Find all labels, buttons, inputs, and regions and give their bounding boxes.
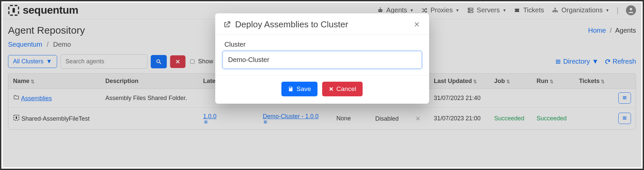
svg-point-15 bbox=[630, 8, 632, 10]
nav-proxies[interactable]: Proxies ▼ bbox=[421, 6, 460, 14]
col-label: Name bbox=[13, 78, 29, 84]
table-row: Shared-AssemblyFileTest 1.0.0 Demo-Clust… bbox=[8, 108, 636, 130]
ticket-icon bbox=[514, 7, 520, 14]
modal-title-text: Deploy Assemblies to Cluster bbox=[235, 19, 348, 30]
user-avatar[interactable] bbox=[626, 5, 636, 15]
row-run: Succeeded bbox=[532, 108, 574, 130]
refresh-label: Refresh bbox=[613, 58, 636, 65]
clear-button[interactable] bbox=[170, 55, 185, 68]
col-label: Job bbox=[494, 78, 505, 84]
svg-rect-11 bbox=[554, 8, 555, 9]
search-box bbox=[60, 54, 147, 69]
caret-icon: ▼ bbox=[592, 58, 599, 65]
cancel-button[interactable]: Cancel bbox=[322, 82, 363, 96]
cluster-input[interactable] bbox=[223, 51, 422, 69]
caret-icon: ▼ bbox=[410, 8, 414, 13]
svg-point-10 bbox=[469, 11, 470, 12]
directory-label: Directory bbox=[563, 58, 590, 65]
svg-point-4 bbox=[381, 10, 382, 11]
breadcrumb-root[interactable]: Sequentum bbox=[8, 41, 42, 48]
bars-icon bbox=[555, 59, 561, 65]
row-description: Assembly Files Shared Folder. bbox=[101, 89, 198, 108]
rate-limit-clear-icon[interactable]: ✕ bbox=[415, 115, 420, 122]
server-icon bbox=[467, 7, 474, 14]
row-menu-button[interactable] bbox=[618, 113, 631, 124]
clusters-label: All Clusters bbox=[13, 58, 43, 65]
row-last-updated: 31/07/2023 21:00 bbox=[429, 108, 490, 130]
shuffle-icon bbox=[421, 7, 428, 14]
nav-tickets[interactable]: Tickets bbox=[514, 6, 544, 14]
close-icon bbox=[175, 59, 180, 64]
svg-rect-27 bbox=[16, 116, 17, 119]
col-label: Run bbox=[537, 78, 548, 84]
directory-dropdown[interactable]: Directory ▼ bbox=[555, 58, 599, 65]
refresh-button[interactable]: Refresh bbox=[605, 58, 636, 65]
bars-icon bbox=[622, 95, 627, 100]
sort-icon: ⇅ bbox=[506, 79, 510, 84]
nav-label: Agents bbox=[386, 6, 407, 14]
row-schedule: None bbox=[332, 108, 371, 130]
sort-icon: ⇅ bbox=[601, 79, 605, 84]
nav-label: Organizations bbox=[561, 6, 603, 14]
row-rate-limit: Disabled bbox=[375, 115, 399, 122]
nav-label: Servers bbox=[477, 6, 500, 14]
breadcrumb-sep: / bbox=[610, 27, 612, 34]
row-cluster-link[interactable]: Demo-Cluster - 1.0.0 bbox=[263, 113, 318, 120]
svg-point-9 bbox=[469, 9, 470, 9]
brand[interactable]: sequentum bbox=[8, 4, 78, 16]
show-all-checkbox[interactable] bbox=[190, 59, 195, 64]
version-menu-button[interactable] bbox=[203, 120, 253, 124]
col-job[interactable]: Job⇅ bbox=[490, 74, 532, 89]
sort-icon: ⇅ bbox=[550, 79, 553, 84]
cancel-label: Cancel bbox=[337, 85, 356, 93]
col-name[interactable]: Name⇅ bbox=[8, 74, 101, 89]
modal-body: Cluster bbox=[215, 35, 429, 72]
caret-icon: ▼ bbox=[46, 58, 52, 65]
clusters-dropdown[interactable]: All Clusters ▼ bbox=[8, 55, 57, 68]
row-last-updated: 31/07/2023 21:40 bbox=[429, 89, 490, 108]
search-button[interactable] bbox=[151, 55, 167, 68]
col-label: Last Updated bbox=[434, 78, 472, 84]
svg-point-16 bbox=[157, 60, 160, 63]
bars-icon bbox=[622, 116, 627, 120]
col-description[interactable]: Description bbox=[101, 74, 198, 89]
breadcrumb-sep: / bbox=[47, 41, 49, 48]
sort-icon: ⇅ bbox=[31, 79, 34, 84]
save-icon bbox=[288, 86, 294, 92]
svg-point-3 bbox=[379, 10, 380, 11]
col-label: Tickets bbox=[579, 78, 600, 84]
caret-icon: ▼ bbox=[456, 8, 460, 13]
nav-label: Proxies bbox=[430, 6, 453, 14]
nav-label: Tickets bbox=[523, 6, 544, 14]
caret-icon: ▼ bbox=[502, 8, 506, 13]
section-label: Agents bbox=[615, 27, 636, 34]
page-title: Agent Repository bbox=[8, 25, 85, 36]
nav-servers[interactable]: Servers ▼ bbox=[467, 6, 507, 14]
col-run[interactable]: Run⇅ bbox=[532, 74, 574, 89]
row-name-link[interactable]: Assemblies bbox=[21, 95, 52, 102]
svg-rect-1 bbox=[13, 8, 15, 13]
cluster-menu-button[interactable] bbox=[263, 120, 327, 124]
svg-rect-14 bbox=[556, 11, 557, 12]
svg-line-17 bbox=[159, 62, 161, 64]
modal-close-button[interactable]: ✕ bbox=[412, 20, 422, 29]
share-icon bbox=[223, 20, 231, 29]
svg-point-6 bbox=[380, 7, 381, 8]
row-description bbox=[101, 108, 198, 130]
nav-agents[interactable]: Agents ▼ bbox=[377, 6, 414, 14]
robot-icon bbox=[377, 7, 384, 14]
agent-icon bbox=[13, 115, 20, 121]
col-last-updated[interactable]: Last Updated⇅ bbox=[429, 74, 490, 89]
breadcrumb-right: Home / Agents bbox=[588, 27, 636, 34]
col-tickets[interactable]: Tickets⇅ bbox=[574, 74, 612, 89]
save-button[interactable]: Save bbox=[281, 82, 317, 96]
brand-icon bbox=[8, 5, 19, 16]
nav-organizations[interactable]: Organizations ▼ bbox=[551, 6, 609, 14]
row-version-link[interactable]: 1.0.0 bbox=[203, 113, 217, 120]
sort-icon: ⇅ bbox=[473, 79, 477, 84]
col-actions bbox=[612, 74, 636, 89]
search-input[interactable] bbox=[60, 54, 147, 69]
home-link[interactable]: Home bbox=[588, 27, 606, 34]
search-icon bbox=[156, 59, 162, 65]
row-menu-button[interactable] bbox=[618, 92, 631, 104]
